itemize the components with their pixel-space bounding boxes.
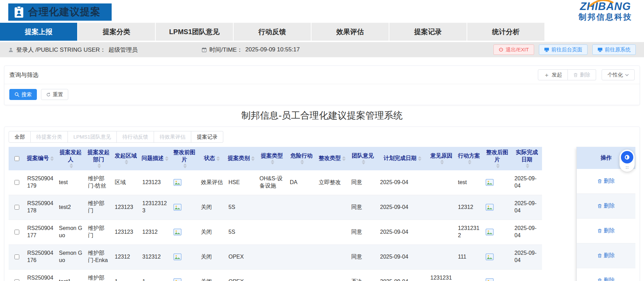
row-checkbox[interactable] <box>14 180 19 185</box>
cell-danger-action: DA <box>287 170 316 195</box>
image-icon[interactable] <box>173 229 182 235</box>
sort-carets-icon[interactable] <box>271 160 274 164</box>
cell-type <box>257 195 287 220</box>
cell-team-opinion: 同意 <box>348 195 377 220</box>
delete-row-link[interactable]: 删除 <box>597 227 615 234</box>
column-header-label: 提案类别 <box>228 155 250 162</box>
row-checkbox[interactable] <box>14 230 19 234</box>
cell-area: 123123 <box>112 220 140 244</box>
tab-3[interactable]: LPMS1团队意见 <box>156 23 234 41</box>
zhibang-logo: ZHIBANG <box>580 1 631 12</box>
image-icon[interactable] <box>173 278 182 281</box>
tab-7[interactable]: 统计分析 <box>467 23 545 41</box>
user-bar: 登录人 /PUBLIC STRING USER： 超级管理员 7 时间/TIME… <box>0 42 644 57</box>
sort-asc-icon <box>165 156 168 158</box>
sort-desc-icon <box>271 162 274 164</box>
sort-carets-icon[interactable] <box>183 163 187 168</box>
sort-carets-icon[interactable] <box>125 160 128 164</box>
monitor-icon <box>544 47 549 52</box>
image-icon[interactable] <box>173 204 182 211</box>
cell-after-image <box>483 270 512 281</box>
reset-button[interactable]: 重置 <box>41 89 68 100</box>
sort-desc-icon <box>526 166 529 168</box>
row-checkbox[interactable] <box>14 205 19 210</box>
exit-button[interactable]: 退出/EXIT <box>493 44 534 55</box>
column-header-label: 行动方案 <box>458 152 480 160</box>
go-backend-button[interactable]: 前往后台页面 <box>539 44 587 55</box>
sort-carets-icon[interactable] <box>440 160 444 164</box>
login-value: 超级管理员 <box>109 46 138 54</box>
sort-carets-icon[interactable] <box>251 156 255 161</box>
table-row: RS250904175test1维护部门-纺丝11关闭OPEX否决2025-09… <box>9 270 542 281</box>
image-icon[interactable] <box>485 229 494 235</box>
tab-1[interactable]: 提案上报 <box>0 23 78 41</box>
user-bar-actions: 退出/EXIT 前往后台页面 前往原系统 <box>493 44 636 55</box>
row-checkbox-cell <box>9 170 24 195</box>
image-icon[interactable] <box>485 278 494 281</box>
cell-actual-date: 2025-09-04 <box>512 245 542 269</box>
go-legacy-button[interactable]: 前往原系统 <box>592 44 636 55</box>
main-tabs: 提案上报提案分类LPMS1团队意见行动反馈效果评估提案记录统计分析 <box>0 23 644 41</box>
sort-carets-icon[interactable] <box>496 163 500 168</box>
delete-row-link[interactable]: 删除 <box>597 277 615 281</box>
tab-6[interactable]: 提案记录 <box>389 23 467 41</box>
search-button[interactable]: 搜索 <box>9 89 37 100</box>
row-checkbox-cell <box>9 270 24 281</box>
cell-plan-date: 2025-09-04 <box>377 270 428 281</box>
cell-area: 123123 <box>112 195 140 220</box>
cell-category: OPEX <box>226 245 257 269</box>
sort-carets-icon[interactable] <box>165 156 168 161</box>
cell-problem: 1 <box>140 270 171 281</box>
delete-row-link[interactable]: 删除 <box>597 252 615 259</box>
image-icon[interactable] <box>485 179 494 186</box>
sort-carets-icon[interactable] <box>342 156 346 161</box>
sort-carets-icon[interactable] <box>468 160 471 164</box>
proposal-table: 提案编号提案发起人提案发起部门发起区域问题描述整改前图片状态提案类别提案类型危险… <box>9 147 542 281</box>
cell-danger-action <box>287 195 316 220</box>
sort-carets-icon[interactable] <box>70 163 73 168</box>
delete-row-link[interactable]: 删除 <box>597 202 615 210</box>
select-all-checkbox[interactable] <box>14 156 19 161</box>
cell-proposer: test <box>56 170 85 195</box>
sort-carets-icon[interactable] <box>50 156 54 161</box>
tab-5[interactable]: 效果评估 <box>311 23 389 41</box>
sort-carets-icon[interactable] <box>300 160 304 164</box>
delete-row-link[interactable]: 删除 <box>597 178 615 185</box>
theme-circle-button[interactable] <box>621 151 633 163</box>
sort-carets-icon[interactable] <box>216 156 220 161</box>
trash-icon <box>597 229 602 233</box>
personalize-button[interactable]: 个性化 <box>602 69 635 80</box>
filter-tab-5: 待效果评估 <box>154 131 191 143</box>
action-row: 删除 <box>577 268 635 281</box>
launch-delete-group: ＋ 发起 删除 <box>538 69 596 80</box>
sort-carets-icon[interactable] <box>362 160 365 164</box>
cell-proposal-id: RS250904175 <box>24 270 56 281</box>
row-checkbox[interactable] <box>14 254 19 259</box>
cell-team-opinion: 同意 <box>348 245 377 269</box>
sort-carets-icon[interactable] <box>526 163 529 168</box>
sort-carets-icon[interactable] <box>98 163 101 168</box>
drag-dots-icon[interactable] <box>625 165 629 170</box>
image-icon[interactable] <box>485 204 494 211</box>
launch-button[interactable]: ＋ 发起 <box>538 69 568 80</box>
table-row: RS250904177Semon Guo维护部门12312312312关闭5S同… <box>9 220 542 245</box>
tab-2[interactable]: 提案分类 <box>78 23 156 41</box>
cell-action-plan: test <box>455 170 483 195</box>
tab-4[interactable]: 行动反馈 <box>234 23 311 41</box>
cell-opinion-reason: 12312312 <box>428 270 455 281</box>
sort-desc-icon <box>342 159 346 161</box>
filter-tab-3: LPMS1团队意见 <box>68 131 117 143</box>
image-icon[interactable] <box>173 253 182 260</box>
sort-desc-icon <box>183 166 187 168</box>
sort-desc-icon <box>216 159 220 161</box>
sort-carets-icon[interactable] <box>418 156 421 161</box>
filter-tab-6[interactable]: 提案记录 <box>191 131 223 143</box>
sort-asc-icon <box>271 160 274 162</box>
image-icon[interactable] <box>485 253 494 260</box>
cell-before-image <box>171 270 198 281</box>
filter-tab-1[interactable]: 全部 <box>9 131 31 143</box>
image-icon[interactable] <box>173 179 182 186</box>
sort-asc-icon <box>300 160 304 162</box>
column-header-actual-date: 实际完成日期 <box>512 147 542 170</box>
row-checkbox[interactable] <box>14 279 19 281</box>
